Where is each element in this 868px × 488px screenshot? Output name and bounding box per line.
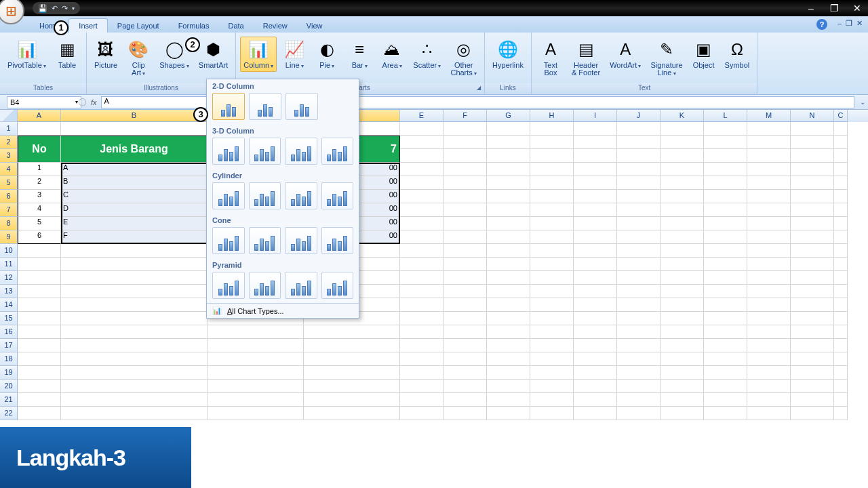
cell[interactable] (574, 393, 617, 407)
cell[interactable] (530, 339, 574, 352)
cell[interactable] (487, 325, 530, 339)
cell[interactable] (530, 407, 574, 420)
cell[interactable] (747, 203, 791, 217)
cell[interactable] (400, 312, 443, 325)
cell[interactable] (443, 176, 487, 190)
cell[interactable] (791, 407, 834, 420)
col-header-N[interactable]: N (791, 110, 834, 122)
cell[interactable] (61, 393, 208, 407)
cell[interactable] (304, 407, 400, 420)
cell[interactable] (400, 380, 443, 393)
cell[interactable] (834, 244, 848, 258)
chart-type-option[interactable] (212, 93, 245, 120)
cell[interactable] (747, 230, 791, 244)
cell[interactable]: B (61, 176, 208, 190)
cell[interactable] (834, 163, 848, 176)
cell[interactable] (747, 163, 791, 176)
cell[interactable] (61, 122, 208, 136)
close-button[interactable]: ✕ (850, 3, 864, 14)
name-box-dropdown-icon[interactable]: ▾ (75, 99, 78, 105)
cell[interactable] (617, 312, 660, 325)
row-header[interactable]: 19 (0, 366, 18, 380)
cell[interactable] (487, 352, 530, 366)
cell[interactable] (443, 244, 487, 258)
wordart-button[interactable]: AWordArt (606, 37, 644, 72)
cell[interactable] (530, 393, 574, 407)
cell[interactable] (747, 217, 791, 230)
cell[interactable] (747, 271, 791, 285)
cell[interactable] (660, 380, 704, 393)
cell[interactable] (530, 312, 574, 325)
cell[interactable] (704, 339, 747, 352)
cell[interactable] (617, 407, 660, 420)
cell[interactable] (574, 366, 617, 380)
chart-type-option[interactable] (285, 182, 317, 209)
cell[interactable] (791, 230, 834, 244)
cell[interactable] (747, 122, 791, 136)
cell[interactable] (747, 149, 791, 163)
cell[interactable] (834, 190, 848, 203)
cell[interactable] (530, 163, 574, 176)
picture-button[interactable]: 🖼Picture (91, 37, 121, 71)
cell[interactable] (574, 163, 617, 176)
row-header[interactable]: 17 (0, 339, 18, 352)
cell[interactable] (834, 285, 848, 298)
cell[interactable] (487, 339, 530, 352)
restore-window-icon[interactable]: ❐ (846, 19, 852, 28)
cell[interactable] (530, 217, 574, 230)
cell[interactable] (834, 217, 848, 230)
cell[interactable] (487, 312, 530, 325)
cell[interactable] (61, 325, 208, 339)
cell[interactable] (660, 339, 704, 352)
cell[interactable] (617, 176, 660, 190)
cell[interactable] (791, 244, 834, 258)
cell[interactable] (834, 352, 848, 366)
cell[interactable] (61, 244, 208, 258)
cell[interactable] (530, 230, 574, 244)
cell[interactable] (660, 244, 704, 258)
minimize-ribbon-icon[interactable]: – (837, 19, 842, 28)
cell[interactable] (704, 352, 747, 366)
chart-type-option[interactable] (249, 272, 281, 299)
cell[interactable] (791, 217, 834, 230)
cell[interactable] (791, 149, 834, 163)
cell[interactable]: Jenis Barang (61, 136, 208, 163)
chart-type-option[interactable] (212, 138, 245, 165)
pie-button[interactable]: ◐Pie (312, 37, 342, 72)
cell[interactable] (574, 325, 617, 339)
cell[interactable] (487, 285, 530, 298)
select-all-cell[interactable] (0, 110, 18, 122)
cell[interactable] (208, 325, 304, 339)
pivottable-button[interactable]: 📊PivotTable (4, 37, 50, 72)
col-header-I[interactable]: I (574, 110, 617, 122)
minimize-button[interactable]: – (804, 3, 818, 14)
cell[interactable] (791, 339, 834, 352)
cell[interactable] (18, 380, 61, 393)
cell[interactable] (487, 190, 530, 203)
cell[interactable]: 2 (18, 176, 61, 190)
cell[interactable] (704, 244, 747, 258)
row-header[interactable]: 9 (0, 230, 18, 244)
chart-type-option[interactable] (321, 138, 354, 165)
cell[interactable] (704, 271, 747, 285)
cell[interactable] (443, 366, 487, 380)
cell[interactable] (530, 190, 574, 203)
row-header[interactable]: 16 (0, 325, 18, 339)
qat-dropdown-icon[interactable]: ▾ (72, 5, 75, 12)
cell[interactable] (660, 163, 704, 176)
cell[interactable] (574, 190, 617, 203)
cell[interactable] (617, 190, 660, 203)
cell[interactable]: No (18, 136, 61, 163)
cell[interactable] (208, 352, 304, 366)
cell[interactable] (660, 122, 704, 136)
cell[interactable] (400, 325, 443, 339)
cell[interactable] (834, 339, 848, 352)
cell[interactable] (574, 203, 617, 217)
cell[interactable] (443, 352, 487, 366)
cell[interactable] (530, 176, 574, 190)
cell[interactable] (208, 393, 304, 407)
cell[interactable] (617, 325, 660, 339)
cell[interactable] (530, 285, 574, 298)
cell[interactable] (574, 407, 617, 420)
cell[interactable] (18, 258, 61, 271)
